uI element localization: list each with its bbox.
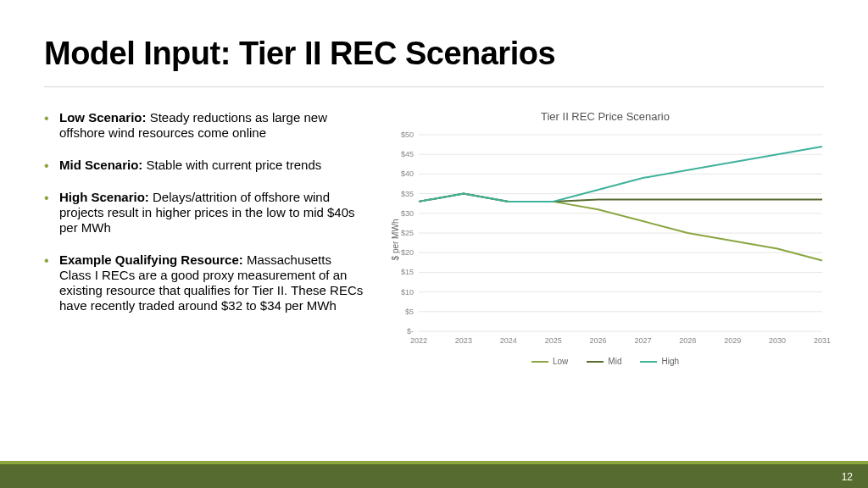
svg-text:2031: 2031 — [814, 336, 831, 345]
legend-label: Low — [553, 357, 568, 366]
svg-text:$35: $35 — [401, 190, 414, 198]
title-divider — [44, 86, 824, 87]
svg-text:2024: 2024 — [500, 336, 517, 345]
svg-text:$40: $40 — [401, 169, 414, 178]
bullet-label: Example Qualifying Resource: — [59, 252, 243, 267]
bullet-low: Low Scenario: Steady reductions as large… — [44, 110, 366, 141]
svg-text:2029: 2029 — [724, 336, 741, 345]
legend-swatch-icon — [640, 361, 657, 363]
chart-title: Tier II REC Price Scenario — [380, 110, 831, 123]
svg-text:2026: 2026 — [590, 336, 607, 345]
bullet-example: Example Qualifying Resource: Massachuset… — [44, 252, 366, 313]
svg-text:$15: $15 — [401, 268, 414, 276]
legend-swatch-icon — [531, 361, 548, 363]
svg-text:$30: $30 — [401, 209, 414, 218]
legend-swatch-icon — [587, 361, 604, 363]
svg-text:2023: 2023 — [455, 336, 472, 345]
svg-text:$-: $- — [407, 327, 414, 336]
bullet-text: Stable with current price trends — [142, 158, 321, 172]
legend-mid: Mid — [587, 357, 621, 366]
legend-label: Mid — [608, 357, 621, 366]
bullet-label: Mid Scenario: — [59, 158, 142, 172]
chart-svg: $-$5$10$15$20$25$30$35$40$45$50202220232… — [380, 130, 831, 350]
slide: Model Input: Tier II REC Scenarios Low S… — [0, 0, 868, 488]
bullet-mid: Mid Scenario: Stable with current price … — [44, 158, 366, 173]
legend-high: High — [640, 357, 679, 366]
svg-text:$10: $10 — [401, 288, 414, 297]
chart-container: Tier II REC Price Scenario $ per MWh $-$… — [380, 110, 831, 381]
svg-text:2027: 2027 — [634, 336, 651, 345]
svg-text:$50: $50 — [401, 130, 414, 139]
svg-text:2028: 2028 — [679, 336, 696, 345]
bullet-high: High Scenario: Delays/attrition of offsh… — [44, 190, 366, 236]
page-number: 12 — [842, 471, 853, 483]
page-title: Model Input: Tier II REC Scenarios — [44, 36, 555, 72]
chart-plot: $ per MWh $-$5$10$15$20$25$30$35$40$45$5… — [380, 130, 831, 350]
svg-text:2025: 2025 — [545, 336, 562, 345]
svg-text:$5: $5 — [405, 308, 414, 316]
svg-text:2030: 2030 — [769, 336, 786, 345]
legend-label: High — [661, 357, 679, 366]
y-axis-label: $ per MWh — [391, 219, 400, 261]
legend-low: Low — [531, 357, 568, 366]
legend: Low Mid High — [380, 357, 831, 366]
footer-bar: 12 — [0, 464, 868, 488]
svg-text:$20: $20 — [401, 248, 414, 257]
bullet-label: Low Scenario: — [59, 110, 147, 125]
svg-text:$45: $45 — [401, 150, 414, 158]
bullet-list: Low Scenario: Steady reductions as large… — [44, 110, 366, 330]
bullet-label: High Scenario: — [59, 190, 149, 204]
svg-text:$25: $25 — [401, 229, 414, 237]
svg-text:2022: 2022 — [410, 336, 427, 345]
